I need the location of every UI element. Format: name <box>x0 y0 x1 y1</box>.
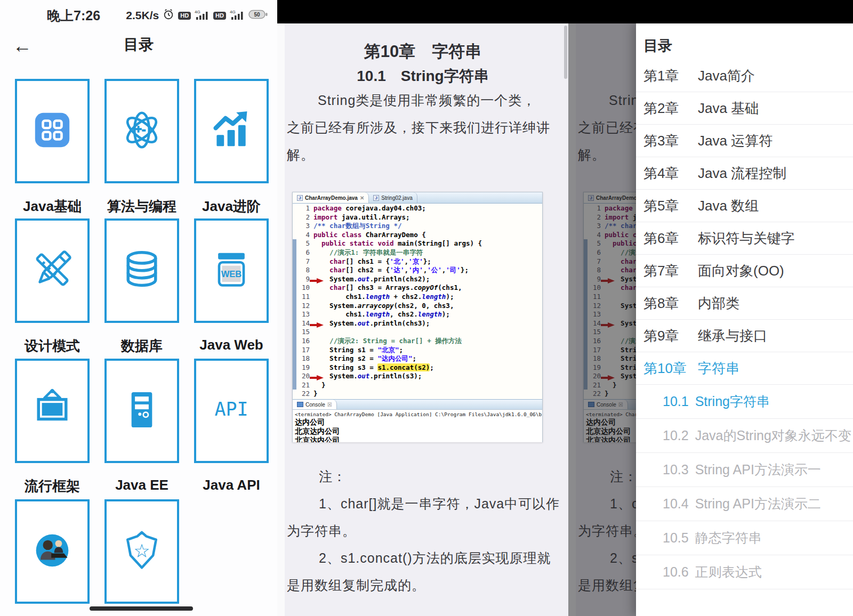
category-label: 流行框架 <box>15 477 90 496</box>
category-label: Java EE <box>104 477 179 493</box>
code-line: 17 String s1 = "北京"; <box>293 346 542 355</box>
database-icon <box>117 245 166 296</box>
toc-item[interactable]: 10.4String API方法演示二 <box>636 487 853 521</box>
gutter-range-bar <box>293 275 296 284</box>
toc-item-number: 10.4 <box>663 496 689 512</box>
toc-item[interactable]: 第2章Java 基础 <box>636 92 853 125</box>
toc-item[interactable]: 10.1String字符串 <box>636 385 853 419</box>
toc-item-number: 第4章 <box>643 164 691 183</box>
category-card-api[interactable]: API <box>194 359 269 463</box>
signal-bars-icon-2: 4G <box>230 9 245 22</box>
console-tab-bar: Console ☒ <box>293 399 542 410</box>
toc-item-number: 第5章 <box>643 197 691 215</box>
code-line: 5 public static void main(String[] args)… <box>293 239 542 248</box>
code-line: 20 System.out.println(s3); <box>293 372 542 381</box>
chart-growth-icon <box>207 106 256 157</box>
console-output-line: 北京达内公司 <box>293 436 542 442</box>
line-number: 3 <box>293 222 310 231</box>
toc-item-label: String API方法演示一 <box>695 461 821 479</box>
category-card-app-grid[interactable] <box>15 79 90 183</box>
svg-text:4G: 4G <box>230 10 236 14</box>
toc-item[interactable]: 10.3String API方法演示一 <box>636 453 853 487</box>
code-line: 22} <box>293 390 542 399</box>
toc-item[interactable]: 第10章字符串 <box>636 352 853 385</box>
gutter-range-bar <box>293 248 296 257</box>
toc-item-number: 第8章 <box>643 294 691 313</box>
category-card-atom[interactable]: +- <box>104 79 179 183</box>
line-number: 1 <box>293 204 310 213</box>
category-card-whiteboard[interactable] <box>15 359 90 463</box>
paragraph-line: 解。 <box>287 146 315 164</box>
toc-item[interactable]: 第5章Java 数组 <box>636 190 853 222</box>
line-number: 22 <box>293 390 310 399</box>
signal-bars-icon-1: 4G <box>195 9 210 22</box>
chapter-heading: 第10章 字符串 <box>277 40 568 63</box>
toc-item-number: 10.1 <box>663 394 689 409</box>
close-icon[interactable]: ☒ <box>327 402 332 408</box>
toc-item-label: 继承与接口 <box>698 327 767 345</box>
console-output-line: 达内公司 <box>293 418 542 427</box>
toc-item-number: 第6章 <box>643 229 691 248</box>
toc-item-label: 面向对象(OO) <box>698 262 784 280</box>
category-label: 数据库 <box>104 337 179 355</box>
category-label: 设计模式 <box>15 337 90 355</box>
code-line: 12 System.arraycopy(chs2, 0, chs3, <box>293 302 542 311</box>
design-tools-icon <box>28 245 77 296</box>
toc-item[interactable]: 第9章继承与接口 <box>636 320 853 352</box>
paragraph-line: String类是使用非常频繁的一个类， <box>318 92 536 109</box>
toc-item[interactable]: 第4章Java 流程控制 <box>636 157 853 190</box>
category-card-design-tools[interactable] <box>15 218 90 323</box>
gutter-range-bar <box>293 266 296 275</box>
toc-item-number: 10.6 <box>663 564 689 580</box>
code-line: 10 char[] chs3 = Arrays.copyOf(chs1, <box>293 283 542 293</box>
category-card-chart-growth[interactable] <box>194 79 269 183</box>
category-label: Java Web <box>194 337 269 353</box>
editor-tab[interactable]: JCharArrayDemo.java✕ <box>293 192 369 203</box>
toc-item[interactable]: 第6章标识符与关键字 <box>636 222 853 255</box>
volte-hd-icon-2: HD <box>213 12 226 20</box>
category-card-interview-people[interactable] <box>15 499 90 604</box>
whiteboard-icon <box>28 385 77 436</box>
code-line: 9 System.out.println(chs2); <box>293 275 542 284</box>
code-line: 19 String s3 = s1.concat(s2); <box>293 363 542 372</box>
category-card-server[interactable] <box>104 359 179 463</box>
toc-item-label: 正则表达式 <box>695 563 762 581</box>
status-bar: 晚上7:26 2.5K/s HD 4G HD 4G <box>0 0 277 31</box>
toc-item[interactable]: 10.5静态字符串 <box>636 521 853 555</box>
category-card-database[interactable] <box>104 218 179 323</box>
toc-item[interactable]: 第1章Java简介 <box>636 60 853 92</box>
java-file-icon: J <box>297 195 303 201</box>
svg-text:+-: +- <box>135 123 146 136</box>
category-label: Java进阶 <box>194 197 269 216</box>
code-line: 14 System.out.println(chs3); <box>293 319 542 328</box>
toc-item-label: 静态字符串 <box>695 529 762 547</box>
note-line: 2、s1.concat()方法的底层实现原理就 <box>319 549 551 567</box>
code-line: 3/** char数组与String */ <box>293 222 542 231</box>
close-icon[interactable]: ✕ <box>360 195 364 201</box>
toc-item-number: 第3章 <box>643 132 691 150</box>
toc-item[interactable]: 10.2Java的String对象永远不变 <box>636 419 853 453</box>
gutter-range-bar <box>293 372 296 381</box>
toc-item-label: Java简介 <box>698 67 755 85</box>
category-card-web-browser[interactable]: WEB <box>194 218 269 323</box>
console-icon <box>297 402 303 407</box>
home-indicator[interactable] <box>90 606 193 611</box>
doc-page: 第10章 字符串 10.1 String字符串 String类是使用非常频繁的一… <box>277 0 568 616</box>
status-bar-hidden <box>277 0 568 23</box>
category-card-badge-star[interactable]: ☆ <box>104 499 179 604</box>
toc-item[interactable]: 第3章Java 运算符 <box>636 125 853 157</box>
toc-item[interactable]: 第8章内部类 <box>636 287 853 320</box>
reader-screen: 第10章 字符串 10.1 String字符串 String类是使用非常频繁的一… <box>277 0 568 616</box>
toc-item-label: Java 基础 <box>698 99 759 118</box>
toc-item[interactable]: 第7章面向对象(OO) <box>636 255 853 287</box>
code-line: 18 String s2 = "达内公司"; <box>293 354 542 363</box>
badge-star-icon: ☆ <box>117 526 166 577</box>
console-tab[interactable]: Console ☒ <box>293 400 337 409</box>
section-heading: 10.1 String字符串 <box>277 66 568 86</box>
code-line: 21 } <box>293 381 542 390</box>
gutter-range-bar <box>293 354 296 363</box>
toc-item-label: 标识符与关键字 <box>698 229 795 248</box>
editor-tab[interactable]: JString02.java <box>369 192 417 203</box>
toc-item[interactable]: 10.6正则表达式 <box>636 555 853 589</box>
gutter-range-bar <box>293 337 296 346</box>
